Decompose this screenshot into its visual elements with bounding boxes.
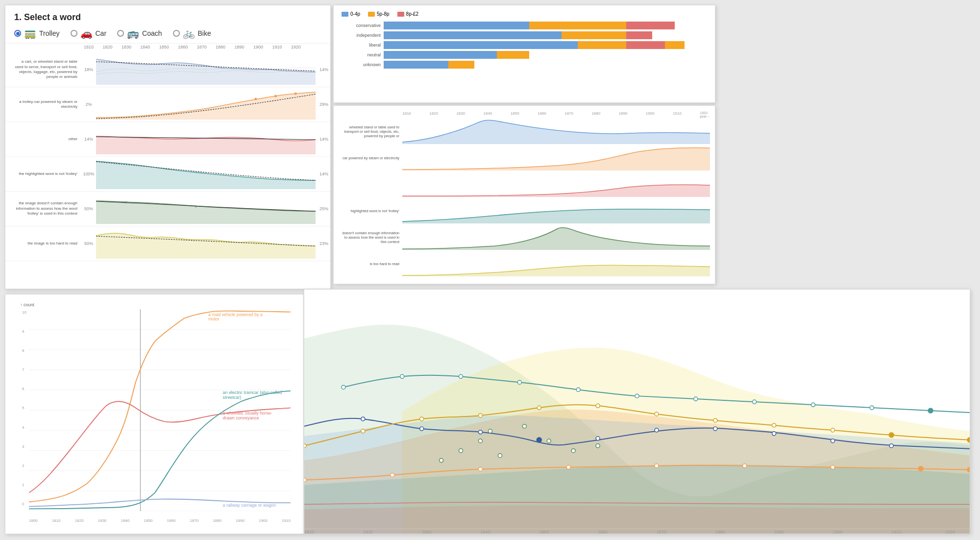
radio-car[interactable] (71, 30, 77, 37)
mini-label-1: wheeled stand or table used to transport… (339, 125, 402, 138)
svg-point-26 (537, 438, 541, 442)
word-option-bike[interactable]: 🚲 Bike (173, 27, 211, 39)
svg-text:1890: 1890 (774, 530, 784, 534)
mini-chart-3 (402, 172, 710, 197)
coach-label: Coach (142, 29, 162, 37)
radio-coach[interactable] (117, 30, 124, 37)
svg-point-58 (576, 388, 580, 392)
sense-label-6: the image is too hard to read (5, 239, 81, 248)
svg-point-62 (811, 403, 815, 407)
sense-row-6: the image is too hard to read 50% 23% (5, 226, 330, 261)
sense-label-3: other (5, 135, 81, 144)
radio-bike[interactable] (173, 30, 180, 37)
y-axis: 109876543210 (22, 310, 26, 506)
bar-seg-orange-3 (578, 41, 626, 49)
svg-point-45 (304, 478, 306, 482)
svg-text:motor: motor (208, 317, 220, 322)
bar-seg-extra-3 (665, 41, 685, 49)
pct-left-5: 50% (81, 206, 96, 211)
svg-point-46 (391, 473, 394, 477)
svg-point-48 (566, 466, 570, 469)
svg-text:1840: 1840 (480, 530, 490, 534)
svg-point-29 (713, 427, 717, 431)
word-option-car[interactable]: 🚗 Car (71, 27, 107, 39)
bar-label-neutral: neutral (342, 52, 381, 57)
bar-seg-red-2 (626, 31, 652, 39)
svg-point-56 (459, 374, 463, 378)
sense-label-4: the highlighted word is not 'trolley' (5, 170, 81, 178)
pct-right-6: 23% (316, 241, 330, 246)
time-axis-top: 18101820183018401850 1860187018801890190… (5, 44, 330, 50)
svg-point-55 (400, 374, 404, 378)
svg-point-24 (420, 427, 424, 431)
bar-seg-orange-5 (448, 61, 474, 69)
pct-right-3: 14% (316, 137, 330, 142)
main-left-panel: 1. Select a word 🚃 Trolley 🚗 Car 🚌 (5, 5, 331, 289)
mini-row-6: is too hard to read (339, 251, 710, 276)
pct-right-5: 25% (316, 206, 330, 211)
sense-label-5: the image doesn't contain enough informa… (5, 199, 81, 218)
svg-point-34 (361, 429, 365, 433)
mini-chart-4 (402, 198, 710, 223)
svg-text:1900: 1900 (833, 530, 842, 534)
svg-point-25 (478, 430, 482, 434)
sense-row-2: a trolley-car powered by steam or electr… (5, 87, 330, 122)
svg-point-61 (753, 400, 757, 404)
bar-seg-blue-5 (384, 61, 448, 69)
pct-left-1: 18% (81, 67, 96, 72)
stacked-bars: conservative independent liberal (342, 22, 707, 69)
mini-row-1: wheeled stand or table used to transport… (339, 119, 710, 144)
bike-label: Bike (198, 29, 211, 37)
legend-0-4p: 0-4p (342, 11, 360, 17)
mini-label-4: highlighted word is not 'trolley' (339, 209, 402, 213)
bar-container-independent (384, 31, 707, 39)
mini-row-4: highlighted word is not 'trolley' (339, 198, 710, 223)
svg-point-59 (635, 394, 639, 398)
svg-point-35 (420, 417, 424, 421)
scatter-chart-svg: 1810 1820 1830 1840 1850 1860 1870 1880 … (304, 290, 970, 534)
bar-seg-blue-2 (384, 31, 562, 39)
svg-point-73 (596, 444, 600, 448)
bar-label-liberal: liberal (342, 43, 381, 48)
svg-text:1860: 1860 (598, 530, 608, 534)
svg-text:a wheeled, usually horse-: a wheeled, usually horse- (223, 411, 272, 416)
top-right-panel: 0-4p 5p-8p 8p-£2 conservative (333, 5, 715, 103)
sense-chart-3 (96, 124, 316, 154)
svg-point-68 (488, 429, 492, 433)
bar-container-unknown (384, 61, 707, 69)
trolley-label: Trolley (39, 29, 60, 37)
svg-point-31 (831, 439, 834, 443)
svg-point-1 (274, 95, 277, 98)
sense-row-3: other 14% 14% (5, 122, 330, 157)
mini-label-2: car powered by steam or electricity (339, 156, 402, 160)
svg-point-42 (831, 428, 834, 432)
sense-row-1: a cart, or wheeled stand or table used t… (5, 52, 330, 87)
bar-label-conservative: conservative (342, 23, 381, 28)
svg-point-63 (870, 406, 874, 410)
mini-chart-1 (402, 119, 710, 144)
svg-point-2 (294, 93, 297, 95)
legend-color-0-4p (342, 12, 348, 17)
bar-seg-orange-1 (529, 22, 626, 29)
bar-seg-red-1 (626, 22, 675, 29)
car-icon: 🚗 (80, 27, 93, 39)
svg-point-60 (694, 397, 698, 401)
bar-seg-red-3 (626, 41, 665, 49)
word-option-coach[interactable]: 🚌 Coach (117, 27, 162, 39)
svg-point-32 (889, 444, 893, 448)
radio-trolley[interactable] (14, 30, 21, 37)
legend-label-0-4p: 0-4p (350, 11, 360, 17)
legend-row: 0-4p 5p-8p 8p-£2 (342, 11, 707, 17)
sense-chart-6 (96, 228, 316, 259)
legend-8p-2: 8p-£2 (397, 11, 419, 17)
word-selector: 🚃 Trolley 🚗 Car 🚌 Coach (14, 27, 321, 39)
mini-chart-2 (402, 145, 710, 171)
bar-label-independent: independent (342, 33, 381, 38)
svg-text:1850: 1850 (539, 530, 549, 534)
word-option-trolley[interactable]: 🚃 Trolley (14, 27, 60, 39)
bar-row-independent: independent (342, 31, 707, 39)
sense-chart-1 (96, 54, 316, 85)
bar-seg-blue-3 (384, 41, 578, 49)
mini-label-5: doesn't contain enough information to as… (339, 231, 402, 244)
line-chart-title: ↑ count (20, 302, 34, 307)
